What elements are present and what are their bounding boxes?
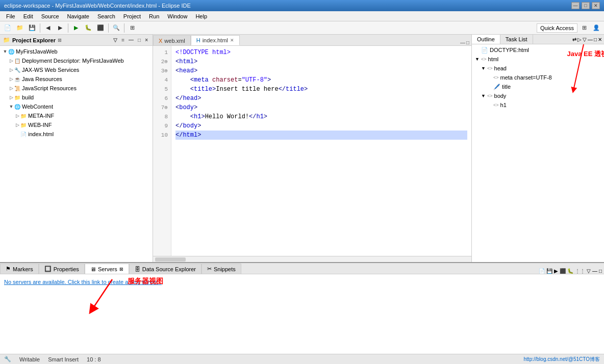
tab-label: Snippets: [214, 266, 236, 272]
outline-body[interactable]: ▼ <> body: [473, 91, 603, 100]
expand-arrow[interactable]: ▷: [8, 67, 14, 72]
tree-item-webinf[interactable]: ▷ 📁 WEB-INF: [0, 120, 153, 129]
tree-item-descriptor[interactable]: ▷ 📋 Deployment Descriptor: MyFirstJavaWe…: [0, 56, 153, 65]
tab-markers[interactable]: ⚑ Markers: [0, 264, 39, 274]
tree-label: Deployment Descriptor: MyFirstJavaWeb: [22, 58, 124, 64]
project-tree[interactable]: ▼ 🌐 MyFirstJavaWeb ▷ 📋 Deployment Descri…: [0, 46, 153, 262]
maximize-button[interactable]: □: [582, 2, 590, 9]
menu-source[interactable]: Source: [37, 12, 63, 20]
outline-sync-btn[interactable]: ⇄: [572, 37, 576, 42]
bottom-debug-btn[interactable]: 🐛: [567, 268, 573, 274]
toolbar-search[interactable]: 🔍: [111, 22, 122, 34]
toolbar-stop[interactable]: ⬛: [95, 22, 106, 34]
outline-h1[interactable]: <> h1: [473, 100, 603, 110]
toolbar-forward[interactable]: ▶: [55, 22, 66, 34]
outline-tree-container[interactable]: 📄 DOCTYPE:html ▼ <> html ▼ <> head: [472, 44, 604, 262]
bottom-menu-btn[interactable]: ⋮⋮: [575, 268, 585, 274]
tab-datasource[interactable]: 🗄 Data Source Explorer: [129, 264, 202, 274]
tab-snippets[interactable]: ✂ Snippets: [202, 264, 241, 274]
outline-doctype[interactable]: 📄 DOCTYPE:html: [473, 45, 603, 55]
bottom-save-btn[interactable]: 💾: [546, 268, 552, 274]
tab-close-icon[interactable]: ✕: [230, 38, 234, 43]
toolbar-new[interactable]: 📄: [2, 22, 13, 34]
descriptor-icon: 📋: [14, 58, 20, 64]
bottom-run-btn[interactable]: ▶: [554, 268, 558, 274]
expand-arrow[interactable]: ▷: [14, 113, 20, 118]
quick-access-input[interactable]: Quick Access: [537, 23, 577, 33]
outline-collapse-btn[interactable]: ▷: [577, 37, 582, 42]
outline-title[interactable]: 🖊️ title: [473, 82, 603, 91]
status-writable: Writable: [19, 356, 40, 362]
menu-search[interactable]: Search: [93, 12, 119, 20]
toolbar-save[interactable]: 💾: [27, 22, 38, 34]
outline-menu-btn[interactable]: ▽: [583, 37, 587, 42]
status-url[interactable]: http://blog.csdn.net/@51CTO博客: [524, 356, 600, 363]
menu-file[interactable]: File: [2, 12, 19, 20]
tree-item-metainf[interactable]: ▷ 📁 META-INF: [0, 111, 153, 120]
expand-arrow[interactable]: ▼: [8, 104, 14, 109]
expand-arrow[interactable]: ▷: [8, 95, 14, 100]
tree-item-index-html[interactable]: ▷ 📄 index.html: [0, 129, 153, 139]
outline-max-btn[interactable]: □: [594, 37, 597, 42]
toolbar-perspective[interactable]: ⊞: [127, 22, 138, 34]
tab-servers[interactable]: 🖥 Servers ⊠: [85, 264, 129, 274]
minimize-button[interactable]: —: [571, 2, 580, 9]
bottom-collapse-btn[interactable]: ▽: [587, 268, 591, 274]
expand-arrow[interactable]: ▷: [8, 58, 14, 63]
bottom-new-btn[interactable]: 📄: [539, 268, 545, 274]
tab-index-html[interactable]: H index.html ✕: [191, 35, 240, 45]
menu-navigate[interactable]: Navigate: [63, 12, 93, 20]
tree-item-js[interactable]: ▷ 📜 JavaScript Resources: [0, 84, 153, 93]
bottom-stop-btn[interactable]: ⬛: [560, 268, 566, 274]
toolbar-run[interactable]: ▶: [70, 22, 82, 34]
tree-item-project[interactable]: ▼ 🌐 MyFirstJavaWeb: [0, 47, 153, 56]
tree-item-build[interactable]: ▷ 📁 build: [0, 93, 153, 102]
menu-window[interactable]: Window: [163, 12, 191, 20]
expand-arrow[interactable]: ▼: [2, 49, 8, 54]
code-content[interactable]: <!DOCTYPE html> <html> <head> <meta char…: [171, 46, 471, 256]
tab-properties[interactable]: 🔲 Properties: [39, 264, 85, 274]
menu-edit[interactable]: Edit: [19, 12, 37, 20]
menu-project[interactable]: Project: [119, 12, 145, 20]
menu-run[interactable]: Run: [145, 12, 163, 20]
menu-help[interactable]: Help: [191, 12, 211, 20]
outline-min-btn[interactable]: —: [588, 37, 593, 42]
close-button[interactable]: ✕: [592, 2, 600, 9]
outline-html[interactable]: ▼ <> html: [473, 55, 603, 64]
bottom-min-btn[interactable]: —: [592, 268, 597, 274]
tab-tasklist[interactable]: Task List: [500, 35, 533, 44]
toolbar-open[interactable]: 📁: [14, 22, 26, 34]
editor-max-btn[interactable]: □: [466, 40, 469, 45]
pe-menu-btn[interactable]: ≡: [120, 37, 126, 43]
editor-content-area[interactable]: 1 2⊕ 3⊕ 4 5 6 7⊕ 8 9 10 <!DOCTYPE html> …: [153, 46, 471, 256]
create-server-link[interactable]: No servers are available. Click this lin…: [4, 279, 162, 285]
outline-close-btn[interactable]: ✕: [598, 37, 602, 42]
pe-minimize-btn[interactable]: —: [127, 37, 135, 43]
bottom-max-btn[interactable]: □: [599, 268, 602, 274]
status-insert-mode: Smart Insert: [48, 356, 79, 362]
tab-outline[interactable]: Outline: [472, 35, 500, 44]
toolbar-debug[interactable]: 🐛: [83, 22, 94, 34]
tree-item-webservices[interactable]: ▷ 🔧 JAX-WS Web Services: [0, 65, 153, 74]
outline-head[interactable]: ▼ <> head: [473, 64, 603, 73]
toolbar-icon2[interactable]: 👤: [591, 22, 602, 34]
outline-meta[interactable]: <> meta charset=UTF-8: [473, 73, 603, 82]
expand-arrow[interactable]: ▷: [8, 86, 14, 91]
code-line-4: <meta charset="UTF-8">: [175, 75, 467, 85]
expand-arrow[interactable]: ▷: [14, 122, 20, 127]
toolbar-back[interactable]: ◀: [42, 22, 54, 34]
expand-arrow[interactable]: ▷: [8, 76, 14, 82]
tree-label: JavaScript Resources: [22, 85, 77, 91]
toolbar-icon1[interactable]: ⊞: [578, 22, 590, 34]
editor-min-btn[interactable]: —: [460, 40, 465, 45]
tab-web-xml[interactable]: X web.xml: [153, 35, 191, 45]
tree-item-java[interactable]: ▷ ☕ Java Resources: [0, 74, 153, 84]
tree-label: WEB-INF: [28, 122, 52, 128]
editor-horizontal-scrollbar[interactable]: [153, 256, 471, 262]
pe-close-btn[interactable]: ×: [143, 37, 149, 43]
tree-label: Java Resources: [22, 76, 62, 82]
pe-maximize-btn[interactable]: □: [136, 37, 142, 43]
pe-collapse-btn[interactable]: ▽: [112, 37, 119, 43]
tree-item-webcontent[interactable]: ▼ 🌐 WebContent: [0, 102, 153, 111]
scrollbar-thumb[interactable]: [155, 257, 186, 262]
